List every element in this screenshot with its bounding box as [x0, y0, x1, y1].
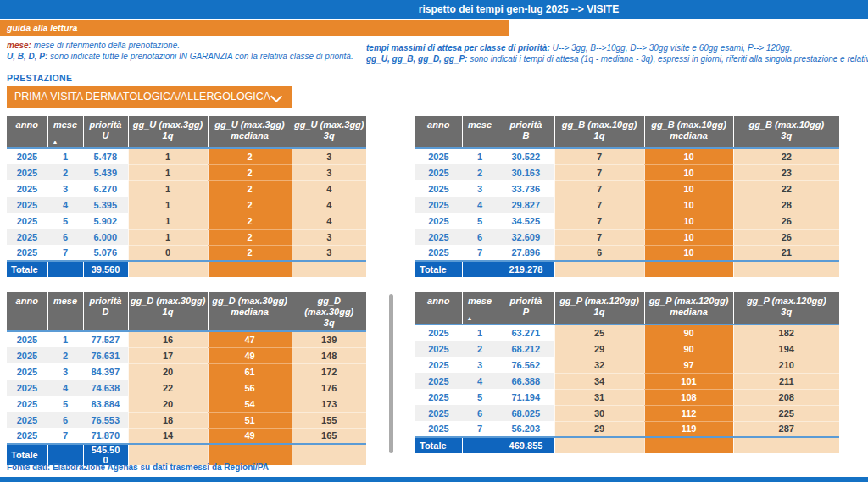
- column-header-3q[interactable]: gg_P (max.120gg)3q: [733, 292, 839, 324]
- cell-3q: 173: [292, 396, 366, 412]
- chevron-down-icon: [270, 91, 282, 102]
- header-row: annomeseprioritàBgg_B (max.10gg)1qgg_B (…: [415, 116, 839, 148]
- total-label: Totale: [415, 437, 462, 453]
- bottom-bar: [0, 477, 868, 482]
- cell-priorita: 33.736: [498, 180, 554, 197]
- cell-3q: 208: [733, 389, 839, 405]
- total-mese: [462, 437, 498, 453]
- cell-1q: 1: [128, 197, 208, 213]
- cell-mese: 7: [47, 245, 83, 261]
- cell-priorita: 63.271: [498, 324, 554, 341]
- cell-3q: 148: [292, 347, 366, 363]
- column-header-mediana[interactable]: gg_D (max.30gg)mediana: [208, 292, 292, 331]
- cell-3q: 21: [733, 245, 839, 261]
- column-header-1q[interactable]: gg_D (max.30gg)1q: [128, 292, 208, 331]
- cell-1q: 7: [554, 197, 644, 213]
- cell-3q: 22: [733, 180, 839, 197]
- cell-3q: 3: [292, 245, 366, 261]
- guide-text-right: tempi massimi di attesa per classe di pr…: [366, 42, 868, 64]
- column-header-priorita[interactable]: prioritàU: [83, 116, 128, 148]
- cell-mediana: 61: [208, 363, 292, 380]
- cell-mese: 1: [47, 331, 83, 347]
- column-header-mese[interactable]: mese: [462, 116, 498, 148]
- cell-priorita: 84.397: [83, 363, 128, 380]
- guide-text-left: mese: mese di riferimento della prenotaz…: [7, 40, 363, 62]
- total-mese: [47, 261, 83, 277]
- column-header-1q[interactable]: gg_P (max.120gg)1q: [554, 292, 644, 324]
- cell-anno: 2025: [7, 380, 47, 396]
- column-header-mediana[interactable]: gg_U (max.3gg)mediana: [208, 116, 292, 148]
- column-header-anno[interactable]: anno: [415, 292, 462, 324]
- column-header-1q[interactable]: gg_B (max.10gg)1q: [554, 116, 644, 148]
- column-header-priorita[interactable]: prioritàP: [498, 292, 554, 324]
- cell-anno: 2025: [7, 245, 47, 261]
- column-header-anno[interactable]: anno: [7, 116, 47, 148]
- prestazione-dropdown[interactable]: PRIMA VISITA DERMATOLOGICA/ALLERGOLOGICA: [7, 86, 292, 108]
- vertical-scrollbar[interactable]: [389, 294, 393, 453]
- column-header-mediana[interactable]: gg_P (max.120gg)mediana: [644, 292, 733, 324]
- cell-anno: 2025: [415, 148, 462, 164]
- cell-mese: 7: [462, 421, 498, 437]
- table-row: 2025676.5531851155: [7, 412, 366, 428]
- cell-priorita: 6.000: [83, 229, 128, 245]
- column-header-3q[interactable]: gg_B (max.10gg)3q: [733, 116, 839, 148]
- total-3q: [733, 437, 839, 453]
- total-mediana: [644, 437, 733, 453]
- cell-anno: 2025: [7, 363, 47, 380]
- cell-mese: 6: [47, 229, 83, 245]
- column-header-priorita[interactable]: prioritàD: [83, 292, 128, 331]
- cell-mediana: 2: [208, 229, 292, 245]
- cell-anno: 2025: [7, 347, 47, 363]
- total-priorita: 469.855: [498, 437, 554, 453]
- cell-mese: 7: [47, 428, 83, 444]
- cell-3q: 26: [733, 229, 839, 245]
- column-header-mese[interactable]: mese: [47, 292, 83, 331]
- guide-body-ubdp: sono indicate tutte le prenotazioni IN G…: [47, 52, 353, 61]
- cell-anno: 2025: [7, 331, 47, 347]
- cell-3q: 155: [292, 412, 366, 428]
- table-row: 2025466.38834101211: [415, 373, 839, 389]
- cell-1q: 32: [554, 357, 644, 373]
- column-header-anno[interactable]: anno: [7, 292, 47, 331]
- column-header-mese[interactable]: mese▲: [47, 116, 83, 148]
- cell-mediana: 2: [208, 164, 292, 180]
- cell-anno: 2025: [7, 213, 47, 229]
- column-header-mediana[interactable]: gg_B (max.10gg)mediana: [644, 116, 733, 148]
- table-priorita-P: annomese▲prioritàPgg_P (max.120gg)1qgg_P…: [415, 292, 839, 454]
- column-header-3q[interactable]: gg_D (max.30gg)3q: [292, 292, 366, 331]
- cell-1q: 7: [554, 180, 644, 197]
- table-row: 2025771.8701449165: [7, 428, 366, 444]
- cell-mese: 3: [462, 357, 498, 373]
- total-3q: [733, 261, 839, 277]
- cell-anno: 2025: [7, 164, 47, 180]
- total-label: Totale: [415, 261, 462, 277]
- cell-priorita: 27.896: [498, 245, 554, 261]
- cell-priorita: 32.609: [498, 229, 554, 245]
- cell-1q: 34: [554, 373, 644, 389]
- table-priorita-D: annomeseprioritàDgg_D (max.30gg)1qgg_D (…: [7, 292, 366, 466]
- cell-mese: 6: [462, 405, 498, 421]
- cell-mediana: 51: [208, 412, 292, 428]
- table-row: 2025376.5623297210: [415, 357, 839, 373]
- table-row: 202545.395124: [7, 197, 366, 213]
- column-header-anno[interactable]: anno: [415, 116, 462, 148]
- cell-priorita: 71.870: [83, 428, 128, 444]
- cell-priorita: 77.527: [83, 331, 128, 347]
- column-header-3q[interactable]: gg_U (max.3gg)3q: [292, 116, 366, 148]
- cell-1q: 0: [128, 245, 208, 261]
- cell-priorita: 71.194: [498, 389, 554, 405]
- cell-3q: 225: [733, 405, 839, 421]
- cell-anno: 2025: [7, 197, 47, 213]
- cell-3q: 194: [733, 341, 839, 357]
- guide-banner: guida alla lettura: [0, 20, 509, 36]
- cell-priorita: 66.388: [498, 373, 554, 389]
- column-header-priorita[interactable]: prioritàB: [498, 116, 554, 148]
- cell-mediana: 10: [644, 164, 733, 180]
- cell-priorita: 29.827: [498, 197, 554, 213]
- cell-mese: 1: [462, 148, 498, 164]
- cell-mediana: 10: [644, 213, 733, 229]
- column-header-mese[interactable]: mese▲: [462, 292, 498, 324]
- table-row: 2025756.20329119287: [415, 421, 839, 437]
- column-header-1q[interactable]: gg_U (max.3gg)1q: [128, 116, 208, 148]
- cell-3q: 287: [733, 421, 839, 437]
